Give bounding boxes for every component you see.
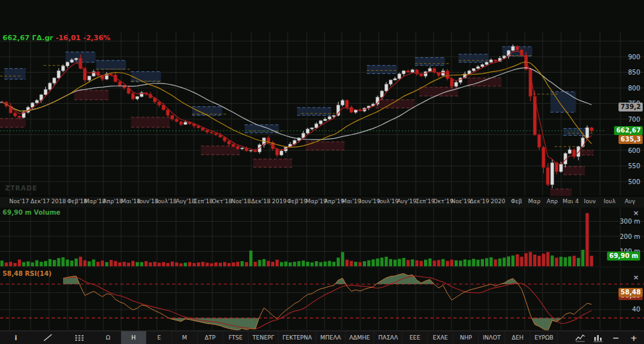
svg-text:Δεκ'18: Δεκ'18: [251, 198, 271, 204]
svg-text:2018: 2018: [52, 198, 66, 204]
svg-text:Απρ: Απρ: [546, 198, 558, 204]
svg-text:i: i: [15, 334, 17, 342]
svg-text:Νοε'17: Νοε'17: [9, 198, 29, 204]
toolbar-item-ΕΧΑΕ[interactable]: ΕΧΑΕ: [428, 331, 453, 344]
line-chart-icon[interactable]: [573, 331, 588, 344]
last-price-badge: 662,67: [614, 126, 643, 135]
svg-text:Ιουν'19: Ιουν'19: [360, 198, 381, 204]
quote-header: 662,67 ΓΔ.gr -16,01 -2,36%: [3, 34, 110, 42]
svg-text:Οκτ'19: Οκτ'19: [433, 198, 453, 204]
volume-panel-label: 69,90 m Volume: [3, 209, 61, 216]
svg-text:Ιουν: Ιουν: [584, 198, 596, 204]
svg-text:Απρ'18: Απρ'18: [103, 198, 122, 204]
svg-text:2020: 2020: [491, 198, 506, 204]
price-chart[interactable]: Νοε'17Δεκ'172018Φεβ'18Μαρ'18Απρ'18Μαι'18…: [0, 0, 644, 344]
info-icon[interactable]: i: [0, 331, 32, 344]
toolbar-item-ΝΗΡ[interactable]: ΝΗΡ: [453, 331, 479, 344]
symbol-label: ΓΔ.gr: [32, 34, 53, 42]
bar-chart-icon[interactable]: [590, 331, 606, 344]
toolbar-item-ΙΝΛΟΤ[interactable]: ΙΝΛΟΤ: [479, 331, 505, 344]
toolbar-item-Μ[interactable]: Μ: [172, 331, 198, 344]
rsi-panel-close-button[interactable]: ×: [633, 273, 639, 282]
svg-text:Σεπ'19: Σεπ'19: [416, 198, 435, 204]
svg-text:200 m: 200 m: [620, 233, 640, 240]
toolbar-items: ΩΗΕΜΔΤΡFTSEΤΕΝΕΡΓΓΕΚΤΕΡΝΑΜΠΕΛΑΑΔΜΗΕΠΑΣΑΛ…: [96, 331, 558, 344]
svg-text:Μαρ: Μαρ: [528, 198, 541, 204]
svg-text:Ιουν'18: Ιουν'18: [138, 198, 159, 204]
toolbar-item-Ε[interactable]: Ε: [147, 331, 172, 344]
svg-text:2019: 2019: [272, 198, 287, 204]
last-price: 662,67: [3, 34, 29, 42]
svg-text:700: 700: [628, 116, 640, 123]
toolbar-item-ΕΥΡΩΒ[interactable]: ΕΥΡΩΒ: [531, 331, 558, 344]
draw-line-icon[interactable]: [32, 331, 64, 344]
svg-text:Αυγ: Αυγ: [625, 198, 636, 204]
svg-text:600: 600: [628, 147, 640, 154]
svg-text:Ιουλ'19: Ιουλ'19: [378, 198, 399, 204]
svg-text:Νοε'19: Νοε'19: [451, 198, 471, 204]
svg-text:Δεκ'19: Δεκ'19: [470, 198, 490, 204]
broker-watermark: ZTRADE: [5, 185, 38, 192]
toolbar-item-FTSE[interactable]: FTSE: [223, 331, 249, 344]
svg-text:Φεβ: Φεβ: [511, 198, 522, 204]
toolbar-item-ΓΕΚΤΕΡΝΑ[interactable]: ΓΕΚΤΕΡΝΑ: [279, 331, 316, 344]
toolbar-item-ΠΑΣΑΛ[interactable]: ΠΑΣΑΛ: [374, 331, 402, 344]
toolbar-item-ΤΕΝΕΡΓ[interactable]: ΤΕΝΕΡΓ: [249, 331, 279, 344]
svg-text:Μαι 4: Μαι 4: [562, 198, 579, 204]
svg-text:Ιουλ: Ιουλ: [604, 198, 616, 204]
toolbar-item-Ω[interactable]: Ω: [96, 331, 121, 344]
svg-text:Φεβ'19: Φεβ'19: [287, 198, 307, 204]
svg-text:800: 800: [628, 85, 640, 92]
svg-text:500: 500: [628, 178, 640, 185]
svg-text:Δεκ'17: Δεκ'17: [31, 198, 50, 204]
volume-panel-close-button[interactable]: ×: [633, 209, 639, 217]
zoom-in-icon[interactable]: +: [626, 331, 641, 344]
toolbar-item-ΔΕΗ[interactable]: ΔΕΗ: [505, 331, 531, 344]
toolbar-right: − +: [573, 331, 641, 344]
ma-orange-value-badge: 635,3: [618, 135, 643, 144]
indicator-list-icon[interactable]: [64, 331, 96, 344]
zoom-out-icon[interactable]: −: [608, 331, 624, 344]
toolbar-item-ΔΤΡ[interactable]: ΔΤΡ: [198, 331, 223, 344]
price-change-pct: -2,36%: [83, 34, 110, 42]
trading-terminal: Νοε'17Δεκ'172018Φεβ'18Μαρ'18Απρ'18Μαι'18…: [0, 0, 644, 344]
svg-text:Νοε'18: Νοε'18: [231, 198, 251, 204]
rsi-value-badge: 58,48: [618, 288, 643, 297]
price-change: -16,01: [55, 34, 80, 42]
svg-text:550: 550: [628, 162, 640, 169]
svg-text:900: 900: [628, 54, 640, 61]
volume-value-badge: 69,90 m: [607, 252, 640, 261]
svg-text:Σεπ'18: Σεπ'18: [194, 198, 213, 204]
toolbar-item-ΜΠΕΛΑ[interactable]: ΜΠΕΛΑ: [316, 331, 346, 344]
volume-name: Volume: [34, 209, 61, 216]
svg-text:40: 40: [632, 306, 640, 313]
toolbar-item-ΕΕΕ[interactable]: ΕΕΕ: [402, 331, 428, 344]
svg-text:Ιουλ'18: Ιουλ'18: [156, 198, 177, 204]
svg-text:Αυγ'19: Αυγ'19: [397, 198, 417, 204]
bottom-toolbar: i ΩΗΕΜΔΤΡFTSEΤΕΝΕΡΓΓΕΚΤΕΡΝΑΜΠΕΛΑΑΔΜΗΕΠΑΣ…: [0, 331, 644, 344]
svg-text:Μαι'19: Μαι'19: [342, 198, 362, 204]
ma-white-value-badge: 739,2: [618, 103, 643, 111]
svg-text:Οκτ'18: Οκτ'18: [212, 198, 232, 204]
rsi-panel-label: 58,48 RSI(14): [3, 270, 52, 277]
volume-value: 69,90 m: [3, 209, 32, 216]
svg-text:Αυγ'18: Αυγ'18: [176, 198, 196, 204]
toolbar-item-Η[interactable]: Η: [121, 331, 147, 344]
toolbar-item-ΑΔΜΗΕ[interactable]: ΑΔΜΗΕ: [346, 331, 375, 344]
svg-text:850: 850: [628, 69, 640, 76]
svg-text:300 m: 300 m: [620, 218, 640, 225]
